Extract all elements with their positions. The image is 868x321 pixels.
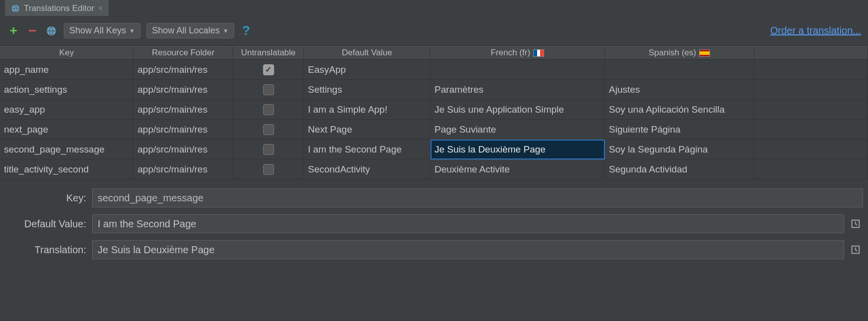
cell-es[interactable]: Soy la Segunda Página	[605, 140, 754, 160]
cell-unt[interactable]	[233, 60, 304, 80]
locales-filter-dropdown[interactable]: Show All Locales ▼	[146, 23, 234, 38]
cell-fr[interactable]: Page Suviante	[431, 120, 605, 140]
expand-default-button[interactable]	[848, 216, 863, 231]
add-locale-button[interactable]	[45, 24, 58, 37]
untranslatable-checkbox[interactable]	[263, 164, 274, 175]
cell-res[interactable]: app/src/main/res	[134, 160, 233, 179]
detail-translation-input[interactable]	[92, 240, 844, 259]
untranslatable-checkbox[interactable]	[263, 144, 274, 155]
keys-filter-label: Show All Keys	[69, 25, 126, 36]
translations-table: Key Resource Folder Untranslatable Defau…	[0, 46, 868, 179]
column-header-french[interactable]: French (fr)	[431, 46, 605, 59]
cell-fr[interactable]	[431, 60, 605, 80]
detail-pane: Key: Default Value: Translation:	[0, 179, 868, 259]
cell-key[interactable]: app_name	[0, 60, 134, 80]
column-header-default[interactable]: Default Value	[304, 46, 431, 59]
cell-key[interactable]: next_page	[0, 120, 134, 140]
table-row: second_page_messageapp/src/main/resI am …	[0, 140, 868, 160]
detail-default-label: Default Value:	[5, 218, 92, 230]
cell-fr[interactable]: Deuxième Activite	[431, 160, 605, 179]
locales-filter-label: Show All Locales	[152, 25, 220, 36]
cell-pad[interactable]	[754, 160, 868, 179]
cell-pad[interactable]	[754, 100, 868, 120]
cell-fr[interactable]: Je Suis la Deuxième Page	[431, 140, 605, 160]
globe-icon	[11, 4, 20, 13]
column-header-untranslatable[interactable]: Untranslatable	[233, 46, 304, 59]
add-key-button[interactable]: +	[7, 24, 20, 37]
cell-res[interactable]: app/src/main/res	[134, 80, 233, 100]
flag-fr-icon	[533, 49, 544, 57]
table-row: action_settingsapp/src/main/resSettingsP…	[0, 80, 868, 100]
cell-unt[interactable]	[233, 160, 304, 179]
cell-es[interactable]	[605, 60, 754, 80]
column-header-key[interactable]: Key	[0, 46, 134, 59]
cell-def[interactable]: Settings	[304, 80, 431, 100]
help-icon[interactable]: ?	[242, 23, 250, 38]
keys-filter-dropdown[interactable]: Show All Keys ▼	[64, 23, 141, 38]
untranslatable-checkbox[interactable]	[263, 104, 274, 115]
close-icon[interactable]: ×	[98, 4, 103, 13]
chevron-down-icon: ▼	[129, 27, 135, 34]
cell-res[interactable]: app/src/main/res	[134, 120, 233, 140]
cell-pad[interactable]	[754, 140, 868, 160]
cell-def[interactable]: EasyApp	[304, 60, 431, 80]
cell-es[interactable]: Ajustes	[605, 80, 754, 100]
detail-translation-label: Translation:	[5, 244, 92, 256]
cell-def[interactable]: Next Page	[304, 120, 431, 140]
expand-translation-button[interactable]	[848, 242, 863, 257]
untranslatable-checkbox[interactable]	[263, 124, 274, 135]
cell-key[interactable]: easy_app	[0, 100, 134, 120]
column-header-resource[interactable]: Resource Folder	[134, 46, 233, 59]
editor-tab[interactable]: Translations Editor ×	[5, 0, 109, 16]
cell-pad[interactable]	[754, 80, 868, 100]
cell-unt[interactable]	[233, 100, 304, 120]
remove-key-button[interactable]: −	[26, 24, 39, 37]
cell-fr[interactable]: Je Suis une Application Simple	[431, 100, 605, 120]
cell-fr[interactable]: Paramètres	[431, 80, 605, 100]
detail-key-label: Key:	[5, 192, 92, 204]
cell-es[interactable]: Segunda Actividad	[605, 160, 754, 179]
cell-unt[interactable]	[233, 80, 304, 100]
cell-res[interactable]: app/src/main/res	[134, 140, 233, 160]
cell-key[interactable]: action_settings	[0, 80, 134, 100]
cell-def[interactable]: SecondActivity	[304, 160, 431, 179]
untranslatable-checkbox[interactable]	[263, 64, 274, 75]
cell-key[interactable]: second_page_message	[0, 140, 134, 160]
cell-es[interactable]: Siguiente Página	[605, 120, 754, 140]
order-translation-link[interactable]: Order a translation...	[770, 25, 861, 36]
cell-res[interactable]: app/src/main/res	[134, 100, 233, 120]
cell-unt[interactable]	[233, 120, 304, 140]
tab-title: Translations Editor	[24, 3, 94, 13]
cell-es[interactable]: Soy una Aplicación Sencilla	[605, 100, 754, 120]
toolbar: + − Show All Keys ▼ Show All Locales ▼ ?…	[0, 16, 868, 46]
table-row: title_activity_secondapp/src/main/resSec…	[0, 160, 868, 179]
cell-key[interactable]: title_activity_second	[0, 160, 134, 179]
chevron-down-icon: ▼	[223, 27, 229, 34]
column-header-spanish[interactable]: Spanish (es)	[605, 46, 754, 59]
detail-default-input[interactable]	[92, 214, 844, 233]
cell-def[interactable]: I am a Simple App!	[304, 100, 431, 120]
table-row: app_nameapp/src/main/resEasyApp	[0, 60, 868, 80]
table-row: easy_appapp/src/main/resI am a Simple Ap…	[0, 100, 868, 120]
cell-pad[interactable]	[754, 60, 868, 80]
cell-def[interactable]: I am the Second Page	[304, 140, 431, 160]
cell-pad[interactable]	[754, 120, 868, 140]
detail-key-input[interactable]	[92, 188, 863, 207]
flag-es-icon	[699, 49, 710, 57]
cell-unt[interactable]	[233, 140, 304, 160]
untranslatable-checkbox[interactable]	[263, 84, 274, 95]
cell-res[interactable]: app/src/main/res	[134, 60, 233, 80]
table-row: next_pageapp/src/main/resNext PagePage S…	[0, 120, 868, 140]
